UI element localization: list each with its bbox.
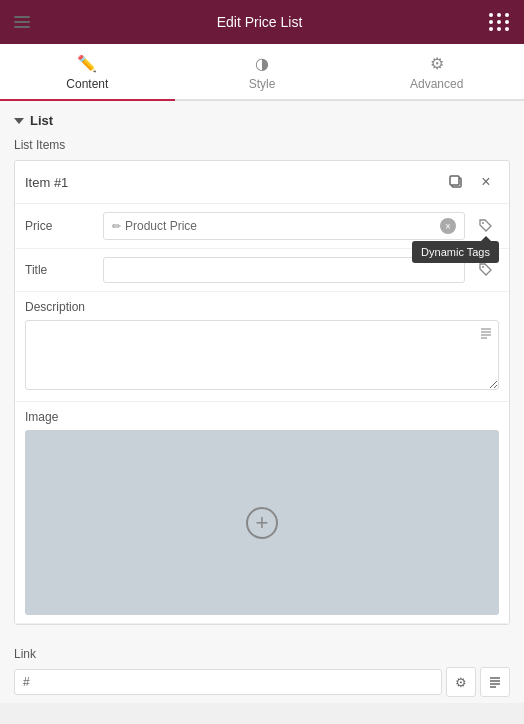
price-value-text: Product Price <box>125 219 197 233</box>
link-row: ⚙ <box>14 667 510 697</box>
tab-content[interactable]: ✏️ Content <box>0 44 175 99</box>
dynamic-tags-tooltip: Dynamic Tags <box>412 241 499 263</box>
dynamic-tags-container: Dynamic Tags <box>473 213 499 239</box>
list-icon[interactable] <box>479 326 493 343</box>
link-input-wrap <box>14 669 442 695</box>
svg-point-3 <box>482 266 484 268</box>
link-label: Link <box>14 647 510 661</box>
close-icon: × <box>481 173 490 191</box>
section-header[interactable]: List <box>0 101 524 138</box>
description-label: Description <box>25 300 499 314</box>
clear-price-button[interactable]: × <box>440 218 456 234</box>
svg-point-2 <box>482 222 484 224</box>
tab-advanced-label: Advanced <box>410 77 463 91</box>
tag-icon <box>479 219 493 233</box>
tag-icon-title <box>479 263 493 277</box>
link-section: Link ⚙ <box>0 637 524 703</box>
header-title: Edit Price List <box>217 14 303 30</box>
tab-content-label: Content <box>66 77 108 91</box>
tab-advanced[interactable]: ⚙ Advanced <box>349 44 524 99</box>
duplicate-button[interactable] <box>443 169 469 195</box>
price-input-container[interactable]: ✏ Product Price × <box>103 212 465 240</box>
price-field-value: ✏ Product Price <box>112 219 197 233</box>
gear-icon: ⚙ <box>430 54 444 73</box>
chevron-down-icon <box>14 118 24 124</box>
image-label: Image <box>25 410 499 424</box>
description-input[interactable] <box>25 320 499 390</box>
image-upload-area[interactable]: + <box>25 430 499 615</box>
description-textarea-wrap <box>25 320 499 393</box>
tab-bar: ✏️ Content ◑ Style ⚙ Advanced <box>0 44 524 101</box>
content-area: List List Items Item #1 × <box>0 101 524 703</box>
pencil-icon: ✏️ <box>77 54 97 73</box>
price-field-row: Price ✏ Product Price × Dynamic Tags <box>15 204 509 249</box>
link-input[interactable] <box>23 675 433 689</box>
lines-icon <box>479 326 493 340</box>
gear-icon-link: ⚙ <box>455 675 467 690</box>
tab-style-label: Style <box>249 77 276 91</box>
image-field: Image + <box>15 402 509 624</box>
menu-icon[interactable] <box>14 16 30 28</box>
title-label: Title <box>25 263 95 277</box>
title-input[interactable] <box>103 257 465 283</box>
description-field: Description <box>15 292 509 402</box>
tab-style[interactable]: ◑ Style <box>175 44 350 99</box>
price-label: Price <box>25 219 95 233</box>
item-card-title: Item #1 <box>25 175 443 190</box>
item-card-header: Item #1 × <box>15 161 509 204</box>
link-settings-button[interactable]: ⚙ <box>446 667 476 697</box>
item-card: Item #1 × Price ✏ Produ <box>14 160 510 625</box>
link-list-button[interactable] <box>480 667 510 697</box>
remove-item-button[interactable]: × <box>473 169 499 195</box>
apps-icon[interactable] <box>489 13 510 31</box>
item-card-actions: × <box>443 169 499 195</box>
svg-rect-1 <box>450 176 459 185</box>
list-items-label: List Items <box>0 138 524 160</box>
header: Edit Price List <box>0 0 524 44</box>
section-title: List <box>30 113 53 128</box>
add-image-icon: + <box>246 507 278 539</box>
tag-icon: ✏ <box>112 220 121 233</box>
list-icon-link <box>488 675 502 689</box>
copy-icon <box>449 175 463 189</box>
style-icon: ◑ <box>255 54 269 73</box>
